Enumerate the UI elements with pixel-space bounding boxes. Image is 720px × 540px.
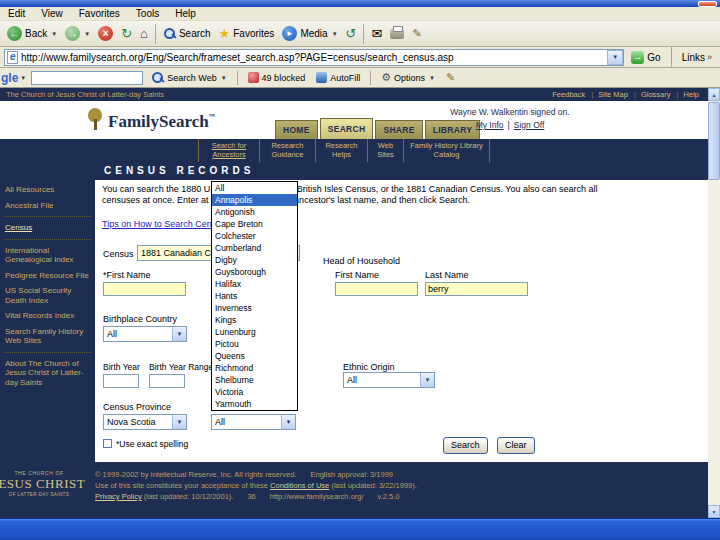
county-option[interactable]: Pictou <box>212 338 297 350</box>
nav-research-guidance[interactable]: Research Guidance <box>260 139 316 162</box>
county-option[interactable]: Lunenburg <box>212 326 297 338</box>
province-select[interactable]: Nova Scotia ▼ <box>103 414 187 430</box>
feedback-link[interactable]: Feedback <box>552 90 585 99</box>
options-button[interactable]: ⚙ Options ▼ <box>378 69 438 87</box>
search-web-button[interactable]: Search Web ▼ <box>148 69 229 87</box>
county-option[interactable]: Cape Breton <box>212 218 297 230</box>
conditions-post-text: (last updated: 3/22/1999). <box>329 481 417 490</box>
site-map-link[interactable]: Site Map <box>591 90 628 99</box>
autofill-button[interactable]: AutoFill <box>313 69 363 87</box>
privacy-post-text: (last updated: 10/12/2001). <box>142 492 234 501</box>
exact-spelling-checkbox[interactable] <box>103 439 112 448</box>
nav-library-catalog[interactable]: Family History Library Catalog <box>404 139 490 162</box>
county-option[interactable]: Shelburne <box>212 374 297 386</box>
first-name-input[interactable] <box>103 282 186 296</box>
county-option[interactable]: Yarmouth <box>212 398 297 410</box>
county-option[interactable]: Antigonish <box>212 206 297 218</box>
county-option[interactable]: Hants <box>212 290 297 302</box>
edit-page-button[interactable]: ✎ <box>408 26 425 41</box>
links-toolbar[interactable]: Links » <box>678 52 716 63</box>
help-link[interactable]: Help <box>677 90 699 99</box>
sidebar-item-census[interactable]: Census <box>0 220 95 236</box>
menu-edit[interactable]: Edit <box>0 8 33 19</box>
county-select[interactable]: All ▼ <box>211 414 296 430</box>
nav-web-sites[interactable]: Web Sites <box>368 139 404 162</box>
media-button[interactable]: ▸ Media ▼ <box>278 24 341 43</box>
search-button[interactable]: Search <box>443 437 488 454</box>
my-info-link[interactable]: My Info <box>476 120 504 130</box>
tab-search[interactable]: SEARCH <box>320 118 374 139</box>
menu-view[interactable]: View <box>33 8 71 19</box>
sidebar-item-search-web-sites[interactable]: Search Family History Web Sites <box>0 324 95 349</box>
conditions-of-use-link[interactable]: Conditions of Use <box>270 481 329 490</box>
google-search-input[interactable] <box>31 71 143 85</box>
county-option[interactable]: Colchester <box>212 230 297 242</box>
privacy-policy-link[interactable]: Privacy Policy <box>95 492 142 501</box>
refresh-button[interactable]: ↻ <box>117 25 136 42</box>
county-option[interactable]: Richmond <box>212 362 297 374</box>
go-button[interactable]: → Go <box>627 51 664 64</box>
clear-button[interactable]: Clear <box>497 437 535 454</box>
familysearch-logo[interactable]: FamilySearch™ <box>86 108 215 130</box>
sidebar-item-all-resources[interactable]: All Resources <box>0 182 95 198</box>
scroll-down-button[interactable]: ▼ <box>708 505 720 518</box>
highlight-button[interactable]: ✎ <box>443 69 458 87</box>
county-option-highlighted[interactable]: Annapolis <box>212 194 297 206</box>
birth-year-input[interactable] <box>103 374 139 388</box>
hoh-first-name-input[interactable] <box>335 282 418 296</box>
birthplace-country-select[interactable]: All ▼ <box>103 326 187 342</box>
sidebar-item-ancestral-file[interactable]: Ancestral File <box>0 198 95 214</box>
forward-button[interactable]: → ▼ <box>61 24 94 43</box>
popup-blocker-button[interactable]: 49 blocked <box>245 69 309 87</box>
menu-help[interactable]: Help <box>167 8 204 19</box>
sidebar-item-vital-records-index[interactable]: Vital Records Index <box>0 308 95 324</box>
home-button[interactable]: ⌂ <box>136 25 152 42</box>
scrollbar-thumb[interactable] <box>708 102 720 180</box>
toolbar-separator <box>155 24 156 44</box>
sidebar-item-about-church[interactable]: About The Church of Jesus Christ of Latt… <box>0 356 95 391</box>
signed-on-text: Wayne W. Walkentin signed on. <box>415 107 605 117</box>
favorites-button[interactable]: ★ Favorites <box>215 25 279 42</box>
county-option[interactable]: All <box>212 182 297 194</box>
approval-text: English approval: 3/1999 <box>310 470 393 479</box>
search-toolbar-button[interactable]: Search <box>159 25 215 42</box>
ethnic-origin-select[interactable]: All ▼ <box>343 372 435 388</box>
hoh-last-name-input[interactable] <box>425 282 528 296</box>
copyright-text: © 1999-2002 by Intellectual Reserve, Inc… <box>95 470 296 479</box>
sign-off-link[interactable]: Sign Off <box>514 120 545 130</box>
nav-research-helps[interactable]: Research Helps <box>316 139 368 162</box>
county-option[interactable]: Cumberland <box>212 242 297 254</box>
county-option[interactable]: Guysborough <box>212 266 297 278</box>
nav-search-for-ancestors[interactable]: Search for Ancestors <box>198 139 260 162</box>
sidebar-item-igi[interactable]: International Genealogical Index <box>0 243 95 268</box>
tab-home[interactable]: HOME <box>275 120 318 139</box>
stop-button[interactable]: × <box>94 24 117 43</box>
print-button[interactable] <box>386 27 408 41</box>
county-option[interactable]: Victoria <box>212 386 297 398</box>
glossary-link[interactable]: Glossary <box>634 90 671 99</box>
refresh-icon: ↻ <box>121 27 132 40</box>
address-dropdown-icon[interactable]: ▼ <box>607 50 623 65</box>
address-input[interactable] <box>21 50 607 65</box>
back-label: Back <box>25 28 47 39</box>
history-button[interactable]: ↺ <box>342 25 361 42</box>
home-icon: ⌂ <box>140 27 148 40</box>
mail-button[interactable]: ✉ <box>367 25 386 42</box>
county-option[interactable]: Queens <box>212 350 297 362</box>
google-logo[interactable]: gle ▼ <box>1 71 26 85</box>
sidebar-item-ss-death-index[interactable]: US Social Security Death Index <box>0 283 95 308</box>
county-option[interactable]: Kings <box>212 314 297 326</box>
sidebar-item-pedigree-resource-file[interactable]: Pedigree Resource File <box>0 268 95 284</box>
vertical-scrollbar[interactable]: ▲ ▼ <box>708 88 720 518</box>
county-option[interactable]: Halifax <box>212 278 297 290</box>
county-option[interactable]: Inverness <box>212 302 297 314</box>
menu-favorites[interactable]: Favorites <box>71 8 128 19</box>
birth-year-range-input[interactable] <box>149 374 185 388</box>
nav-items: Search for Ancestors Research Guidance R… <box>198 139 490 162</box>
county-option[interactable]: Digby <box>212 254 297 266</box>
scroll-up-button[interactable]: ▲ <box>708 88 720 101</box>
back-button[interactable]: ← Back ▼ <box>3 24 61 43</box>
search-web-label: Search Web <box>167 73 216 83</box>
menu-tools[interactable]: Tools <box>128 8 167 19</box>
links-label: Links <box>682 52 705 63</box>
